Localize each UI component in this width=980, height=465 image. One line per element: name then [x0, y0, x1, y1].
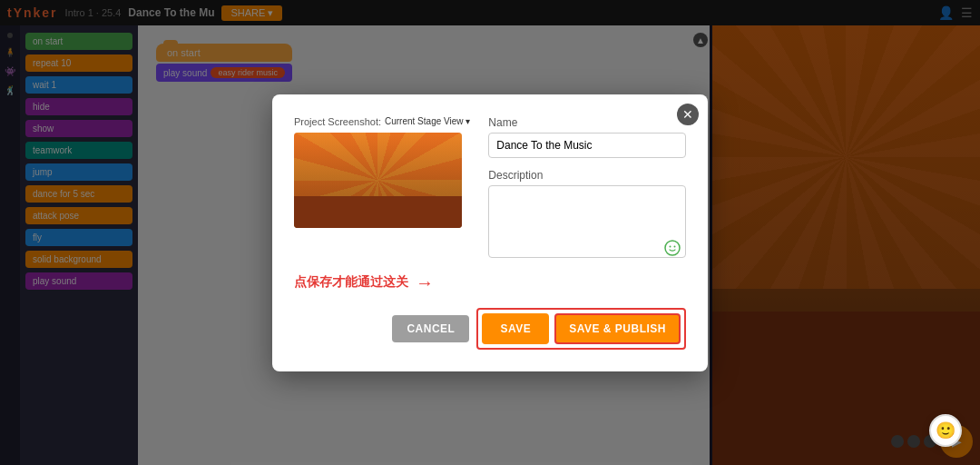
annotation-area: 点保存才能通过这关 →	[294, 272, 686, 293]
name-label: Name	[488, 116, 686, 129]
modal-top-section: Project Screenshot: Current Stage View ▾…	[294, 116, 686, 262]
description-field-group: Description	[488, 169, 686, 262]
svg-point-0	[665, 241, 680, 255]
screenshot-title: Project Screenshot:	[294, 116, 381, 127]
annotation-text: 点保存才能通过这关	[294, 274, 408, 291]
helper-button[interactable]: 🙂	[929, 414, 962, 447]
save-modal: ✕ Project Screenshot: Current Stage View…	[272, 94, 708, 371]
modal-buttons: CANCEL SAVE SAVE & PUBLISH	[294, 308, 686, 350]
save-button[interactable]: SAVE	[482, 313, 549, 344]
screenshot-preview	[294, 133, 462, 228]
name-field-group: Name	[488, 116, 686, 158]
screenshot-section: Project Screenshot: Current Stage View ▾	[294, 116, 470, 262]
modal-overlay: ✕ Project Screenshot: Current Stage View…	[0, 0, 980, 465]
modal-close-button[interactable]: ✕	[677, 104, 699, 125]
emoji-icon	[664, 240, 681, 256]
description-label: Description	[488, 169, 686, 182]
cancel-button[interactable]: CANCEL	[392, 315, 469, 342]
save-buttons-group: SAVE SAVE & PUBLISH	[476, 308, 686, 350]
save-publish-button[interactable]: SAVE & PUBLISH	[554, 313, 681, 344]
screenshot-label: Project Screenshot: Current Stage View ▾	[294, 116, 470, 127]
name-input[interactable]	[488, 133, 686, 158]
svg-point-1	[670, 245, 671, 247]
preview-platform	[294, 196, 462, 228]
textarea-wrapper	[488, 185, 686, 262]
annotation-arrow-icon: →	[416, 272, 434, 293]
svg-point-2	[674, 245, 676, 247]
screenshot-dropdown[interactable]: Current Stage View ▾	[385, 116, 470, 126]
description-textarea[interactable]	[488, 185, 686, 258]
modal-fields: Name Description	[488, 116, 686, 262]
